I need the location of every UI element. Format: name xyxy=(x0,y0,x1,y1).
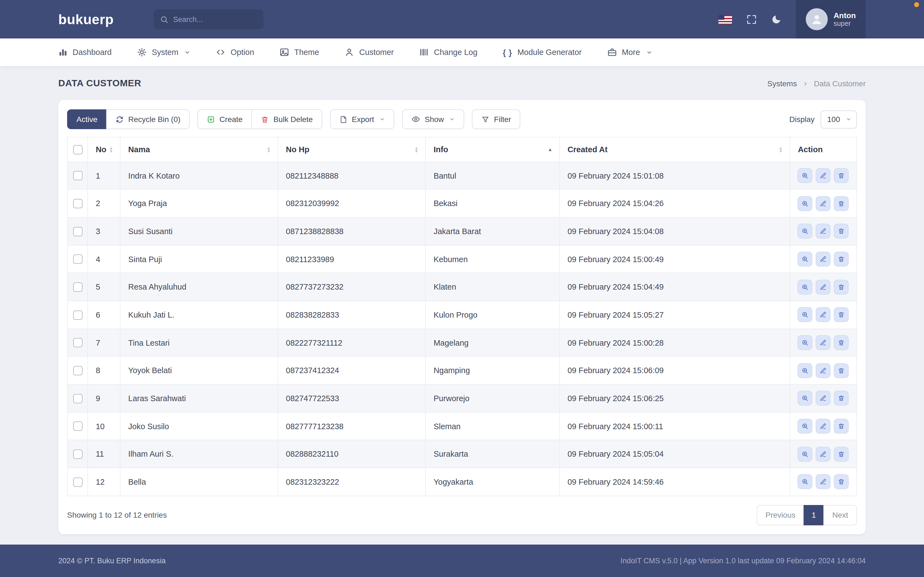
previous-page-button[interactable]: Previous xyxy=(756,505,804,525)
edit-button[interactable] xyxy=(816,419,831,434)
cell-nama: Susi Susanti xyxy=(120,218,278,245)
delete-button[interactable] xyxy=(834,474,849,489)
fullscreen-button[interactable] xyxy=(746,14,756,24)
delete-button[interactable] xyxy=(834,279,849,294)
delete-button[interactable] xyxy=(834,196,849,211)
row-checkbox[interactable] xyxy=(73,282,82,292)
table-row: 8 Yoyok Belati 087237412324 Ngamping 09 … xyxy=(67,357,857,384)
view-button[interactable] xyxy=(798,224,813,239)
cell-no: 10 xyxy=(88,412,120,440)
row-checkbox[interactable] xyxy=(73,171,82,181)
table-header-row: No▴▾ Nama▴▾ No Hp▴▾ Info▴ Created At▴▾ A… xyxy=(67,137,857,161)
delete-button[interactable] xyxy=(834,446,849,461)
cell-no: 7 xyxy=(88,329,120,356)
active-tab-button[interactable]: Active xyxy=(67,110,107,129)
row-checkbox[interactable] xyxy=(73,422,82,431)
edit-button[interactable] xyxy=(816,308,831,322)
dark-mode-button[interactable] xyxy=(771,14,781,24)
edit-button[interactable] xyxy=(816,224,831,239)
row-checkbox[interactable] xyxy=(73,338,82,348)
show-columns-button[interactable]: Show xyxy=(402,110,464,129)
row-checkbox[interactable] xyxy=(73,199,82,208)
nav-item-system[interactable]: System xyxy=(137,47,191,57)
edit-button[interactable] xyxy=(816,168,831,183)
view-button[interactable] xyxy=(798,474,813,489)
row-checkbox[interactable] xyxy=(73,394,82,403)
magnifier-plus-icon xyxy=(801,367,809,374)
edit-button[interactable] xyxy=(816,446,831,461)
table-row: 2 Yoga Praja 082312039992 Bekasi 09 Febr… xyxy=(67,190,857,218)
row-checkbox[interactable] xyxy=(73,450,82,459)
nav-item-customer[interactable]: Customer xyxy=(344,47,394,57)
edit-button[interactable] xyxy=(816,474,831,489)
edit-button[interactable] xyxy=(816,363,831,378)
edit-button[interactable] xyxy=(816,391,831,406)
nav-label: Module Generator xyxy=(517,48,582,56)
language-flag-button[interactable] xyxy=(718,15,732,24)
row-checkbox[interactable] xyxy=(73,366,82,376)
view-button[interactable] xyxy=(798,168,813,183)
edit-button[interactable] xyxy=(816,196,831,211)
version-text: IndoIT CMS v.5.0 | App Version 1.0 last … xyxy=(620,557,866,565)
nav-item-option[interactable]: Option xyxy=(216,47,254,57)
nav-item-theme[interactable]: Theme xyxy=(279,47,319,57)
delete-button[interactable] xyxy=(834,419,849,434)
filter-button[interactable]: Filter xyxy=(472,110,520,129)
row-checkbox[interactable] xyxy=(73,477,82,487)
view-button[interactable] xyxy=(798,363,813,378)
search-box[interactable] xyxy=(153,9,263,29)
cell-no-hp: 082838282833 xyxy=(278,301,426,329)
delete-button[interactable] xyxy=(834,363,849,378)
column-header-nama[interactable]: Nama▴▾ xyxy=(120,137,278,161)
search-input[interactable] xyxy=(173,15,257,23)
select-all-checkbox[interactable] xyxy=(73,145,82,154)
export-button[interactable]: Export xyxy=(330,110,394,129)
view-button[interactable] xyxy=(798,279,813,294)
next-page-button[interactable]: Next xyxy=(823,505,857,525)
cell-no-hp: 082112348888 xyxy=(278,161,426,189)
delete-button[interactable] xyxy=(834,252,849,266)
recycle-bin-button[interactable]: Recycle Bin (0) xyxy=(106,110,190,129)
cell-info: Yogyakarta xyxy=(426,468,560,496)
delete-button[interactable] xyxy=(834,335,849,350)
delete-button[interactable] xyxy=(834,168,849,183)
cell-no: 6 xyxy=(88,301,120,329)
edit-button[interactable] xyxy=(816,279,831,294)
nav-item-dashboard[interactable]: Dashboard xyxy=(58,48,111,57)
bulk-delete-button[interactable]: Bulk Delete xyxy=(251,110,322,129)
nav-item-change-log[interactable]: Change Log xyxy=(419,47,477,57)
user-menu[interactable]: Anton super xyxy=(796,0,866,39)
pencil-icon xyxy=(820,311,827,318)
nav-item-module-generator[interactable]: { } Module Generator xyxy=(503,48,582,57)
app-logo: bukuerp xyxy=(58,11,113,27)
edit-button[interactable] xyxy=(816,252,831,266)
nav-label: More xyxy=(622,48,640,56)
table-row: 10 Joko Susilo 0827777123238 Sleman 09 F… xyxy=(67,412,857,440)
delete-button[interactable] xyxy=(834,224,849,239)
view-button[interactable] xyxy=(798,335,813,350)
page-1-button[interactable]: 1 xyxy=(804,505,824,525)
view-button[interactable] xyxy=(798,308,813,322)
row-checkbox[interactable] xyxy=(73,310,82,319)
column-header-no-hp[interactable]: No Hp▴▾ xyxy=(278,137,426,161)
view-button[interactable] xyxy=(798,446,813,461)
view-button[interactable] xyxy=(798,252,813,266)
briefcase-icon xyxy=(607,47,617,57)
breadcrumb-systems[interactable]: Systems xyxy=(767,79,797,88)
cell-created-at: 09 February 2024 15:06:09 xyxy=(560,357,790,384)
edit-button[interactable] xyxy=(816,335,831,350)
delete-button[interactable] xyxy=(834,391,849,406)
row-checkbox[interactable] xyxy=(73,227,82,236)
cell-no-hp: 0871238828838 xyxy=(278,218,426,245)
column-header-created-at[interactable]: Created At▴▾ xyxy=(560,137,790,161)
column-header-no[interactable]: No▴▾ xyxy=(88,137,120,161)
view-button[interactable] xyxy=(798,419,813,434)
create-button[interactable]: Create xyxy=(197,110,252,129)
view-button[interactable] xyxy=(798,196,813,211)
nav-item-more[interactable]: More xyxy=(607,47,652,57)
delete-button[interactable] xyxy=(834,308,849,322)
column-header-info[interactable]: Info▴ xyxy=(426,137,560,161)
row-checkbox[interactable] xyxy=(73,255,82,264)
view-button[interactable] xyxy=(798,391,813,406)
display-select[interactable]: 100 xyxy=(821,110,857,128)
